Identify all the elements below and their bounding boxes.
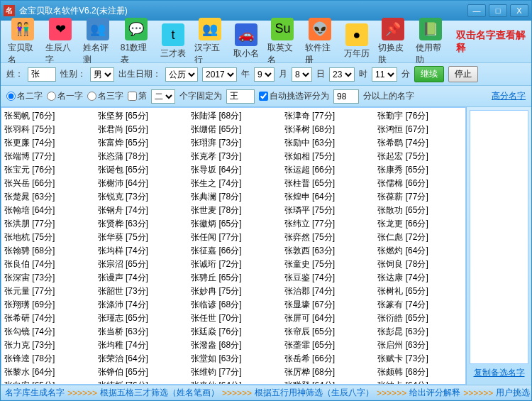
toolbar-万年历[interactable]: ●万年历 — [340, 22, 374, 61]
name-item[interactable]: 张篆有 [74分] — [376, 298, 464, 312]
name-item[interactable]: 张童史 [75分] — [283, 258, 371, 271]
name-item[interactable]: 张达康 [74分] — [376, 271, 464, 285]
names-list[interactable]: 张蜀帆 [76分]张羽科 [75分]张更廉 [74分]张端博 [77分]张宝元 … — [1, 107, 466, 385]
name-item[interactable]: 张启州 [63分] — [376, 339, 464, 352]
minimize-button[interactable]: — — [467, 4, 486, 17]
toolbar-取英文名[interactable]: Su取英文名 — [265, 16, 301, 67]
name-item[interactable]: 张弈然 [75分] — [283, 231, 371, 244]
fix-checkbox[interactable] — [128, 92, 137, 101]
minute-select[interactable]: 11 — [372, 67, 397, 82]
toolbar-81数理表[interactable]: 💬81数理表 — [118, 16, 155, 67]
maximize-button[interactable]: □ — [489, 4, 507, 17]
name-item[interactable]: 张任世 [70分] — [189, 312, 277, 325]
name-item[interactable]: 张贤桦 [63分] — [96, 217, 184, 231]
name-item[interactable]: 张韶世 [73分] — [96, 285, 184, 298]
radio-three-char[interactable] — [87, 92, 96, 101]
name-item[interactable]: 张饲良 [78分] — [376, 258, 464, 271]
name-item[interactable]: 张屏可 [64分] — [283, 312, 371, 325]
name-item[interactable]: 张联登 [64分] — [283, 379, 371, 385]
name-item[interactable]: 张葆薪 [77分] — [376, 190, 464, 204]
radio-one[interactable]: 名一字 — [47, 90, 83, 102]
name-item[interactable]: 张泽树 [68分] — [283, 123, 371, 136]
continue-button[interactable]: 继续 — [414, 66, 444, 82]
name-item[interactable]: 张燃灼 [64分] — [376, 244, 464, 258]
name-item[interactable]: 张临谚 [68分] — [189, 298, 277, 312]
fix-pos-select[interactable]: 二 — [151, 89, 175, 104]
name-item[interactable]: 张垄霏 [65分] — [283, 339, 371, 352]
name-item[interactable]: 张洪朋 [77分] — [3, 217, 91, 231]
name-item[interactable]: 张运超 [66分] — [283, 163, 371, 177]
name-item[interactable]: 张颇韩 [68分] — [376, 366, 464, 379]
name-item[interactable]: 张羽科 [75分] — [3, 123, 91, 136]
name-item[interactable]: 张深宙 [73分] — [3, 271, 91, 285]
radio-three[interactable]: 名三字 — [87, 90, 123, 102]
name-item[interactable]: 张榭沛 [64分] — [96, 177, 184, 190]
name-item[interactable]: 张龙更 [66分] — [376, 217, 464, 231]
name-item[interactable]: 张徽炳 [65分] — [189, 217, 277, 231]
auto-checkbox[interactable] — [259, 92, 268, 101]
name-item[interactable]: 张诚珩 [72分] — [189, 258, 277, 271]
name-item[interactable]: 张涤沛 [74分] — [96, 298, 184, 312]
name-item[interactable]: 张兴岳 [66分] — [3, 177, 91, 190]
toolbar-宝贝取名[interactable]: 👫宝贝取名 — [5, 16, 41, 67]
day-select[interactable]: 8 — [292, 67, 312, 82]
name-item[interactable]: 张璘平 [75分] — [283, 204, 371, 217]
name-item[interactable]: 张骋丘 [65分] — [189, 271, 277, 285]
name-item[interactable]: 张端博 [77分] — [3, 150, 91, 163]
name-item[interactable]: 张散功 [65分] — [376, 204, 464, 217]
name-item[interactable]: 张翔璓 [69分] — [3, 298, 91, 312]
calendar-select[interactable]: 公历 — [165, 67, 198, 82]
selected-names-box[interactable] — [470, 110, 528, 364]
copy-selected-button[interactable]: 复制备选名字 — [471, 364, 528, 382]
name-item[interactable]: 张向安 [65分] — [3, 379, 91, 385]
highscore-link[interactable]: 高分名字 — [492, 90, 526, 102]
name-item[interactable]: 张典澜 [78分] — [189, 190, 277, 204]
name-item[interactable]: 张廷焱 [76分] — [189, 325, 277, 339]
name-item[interactable]: 张坚努 [65分] — [96, 109, 184, 123]
name-item[interactable]: 张帘辰 [65分] — [283, 325, 371, 339]
name-item[interactable]: 张力克 [73分] — [3, 339, 91, 352]
name-item[interactable]: 张宝元 [76分] — [3, 163, 91, 177]
name-item[interactable]: 张铮伯 [65分] — [96, 366, 184, 379]
name-item[interactable]: 张衍皓 [65分] — [376, 312, 464, 325]
toolbar-汉字五行[interactable]: 👥汉字五行 — [192, 16, 228, 67]
name-item[interactable]: 张勾镜 [74分] — [3, 325, 91, 339]
name-item[interactable]: 张柱普 [65分] — [283, 177, 371, 190]
name-item[interactable]: 张锐克 [73分] — [96, 190, 184, 204]
name-item[interactable]: 张华葵 [75分] — [96, 231, 184, 244]
name-item[interactable]: 张勤宇 [76分] — [376, 109, 464, 123]
name-item[interactable]: 张黎水 [64分] — [3, 366, 91, 379]
name-item[interactable]: 张希鹞 [74分] — [376, 136, 464, 150]
name-item[interactable]: 张绷偌 [65分] — [189, 123, 277, 136]
name-item[interactable]: 张荣治 [64分] — [96, 352, 184, 366]
name-item[interactable]: 张起宏 [75分] — [376, 150, 464, 163]
name-item[interactable]: 张翰培 [64分] — [3, 204, 91, 217]
name-item[interactable]: 张楚晁 [63分] — [3, 190, 91, 204]
name-item[interactable]: 张煌申 [64分] — [283, 190, 371, 204]
fix-check[interactable]: 第 — [128, 90, 147, 102]
toolbar-切换皮肤[interactable]: 📌切换皮肤 — [375, 16, 411, 67]
close-button[interactable]: X — [510, 4, 528, 17]
name-item[interactable]: 张维钧 [77分] — [189, 366, 277, 379]
name-item[interactable]: 张励中 [63分] — [283, 136, 371, 150]
name-item[interactable]: 张岳希 [66分] — [283, 352, 371, 366]
name-item[interactable]: 张君尚 [65分] — [96, 123, 184, 136]
name-item[interactable]: 张赋卡 [73分] — [376, 352, 464, 366]
name-item[interactable]: 张显壕 [67分] — [283, 298, 371, 312]
name-item[interactable]: 张诞包 [65分] — [96, 163, 184, 177]
name-item[interactable]: 张更廉 [74分] — [3, 136, 91, 150]
name-item[interactable]: 张恣蒲 [78分] — [96, 150, 184, 163]
name-item[interactable]: 张来仙 [64分] — [189, 379, 277, 385]
score-input[interactable] — [333, 89, 359, 104]
name-item[interactable]: 张任闻 [77分] — [189, 231, 277, 244]
name-item[interactable]: 张世麦 [78分] — [189, 204, 277, 217]
name-item[interactable]: 张克孝 [73分] — [189, 150, 277, 163]
name-item[interactable]: 张谩声 [74分] — [96, 271, 184, 285]
name-item[interactable]: 张妙冉 [75分] — [189, 285, 277, 298]
name-item[interactable]: 张治郡 [74分] — [283, 285, 371, 298]
name-item[interactable]: 张均稚 [74分] — [96, 339, 184, 352]
name-item[interactable]: 张儒棉 [66分] — [376, 177, 464, 190]
surname-input[interactable] — [28, 67, 56, 82]
name-item[interactable]: 张富烨 [65分] — [96, 136, 184, 150]
name-item[interactable]: 张瑾志 [65分] — [96, 312, 184, 325]
